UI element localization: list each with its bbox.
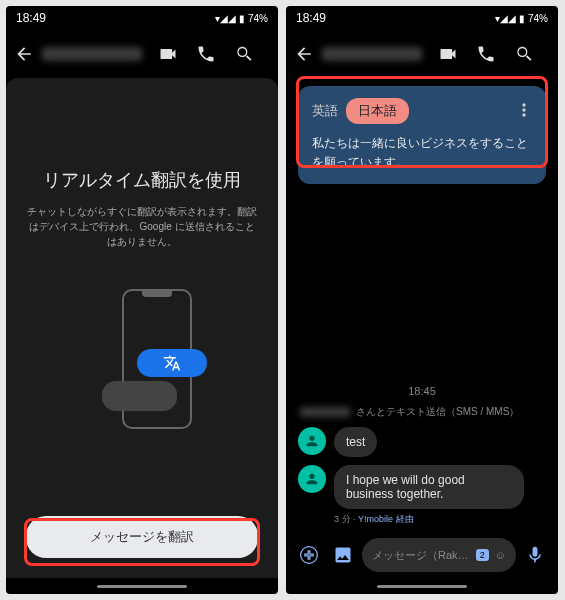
contact-name (322, 47, 422, 61)
phone-right: 18:49 ▾◢◢▮74% 英語 日本語 私たちは一緒に良いビジネスをすることを… (286, 6, 558, 594)
sms-info: さんとテキスト送信（SMS / MMS） (286, 401, 558, 423)
onboard-sheet: リアルタイム翻訳を使用 チャットしながらすぐに翻訳が表示されます。翻訳はデバイス… (6, 78, 278, 578)
message-meta: 3 分 · Y!mobile 経由 (286, 513, 558, 532)
message-input[interactable]: メッセージ（Rakut… 2 ☺ (362, 538, 516, 572)
message-row: test (286, 423, 558, 461)
translate-icon (137, 349, 207, 377)
phone-left: 18:49 ▾◢◢▮74% リアルタイム翻訳を使用 チャットしながらすぐに翻訳が… (6, 6, 278, 594)
avatar-icon[interactable] (298, 427, 326, 455)
compose-bar: メッセージ（Rakut… 2 ☺ (286, 532, 558, 578)
app-bar-actions (150, 36, 278, 72)
status-bar: 18:49 ▾◢◢▮74% (6, 6, 278, 30)
onboard-illustration (52, 279, 232, 439)
search-icon[interactable] (506, 36, 542, 72)
message-bubble[interactable]: test (334, 427, 377, 457)
chat-area: 英語 日本語 私たちは一緒に良いビジネスをすることを願っています。 18:45 … (286, 78, 558, 578)
phone-icon[interactable] (468, 36, 504, 72)
message-row: I hope we will do good business together… (286, 461, 558, 513)
card-more-icon[interactable] (512, 98, 536, 122)
video-call-icon[interactable] (150, 36, 186, 72)
chat-timestamp: 18:45 (286, 381, 558, 401)
nav-bar (286, 578, 558, 594)
contact-name (42, 47, 142, 61)
message-bubble[interactable]: I hope we will do good business together… (334, 465, 524, 509)
app-bar-actions (430, 36, 558, 72)
mic-icon[interactable] (520, 540, 550, 570)
status-icons: ▾◢◢▮74% (215, 13, 268, 24)
lang-source[interactable]: 英語 (312, 102, 338, 120)
more-icon[interactable] (264, 36, 278, 72)
phone-icon[interactable] (188, 36, 224, 72)
language-selector: 英語 日本語 (312, 98, 532, 124)
translate-card: 英語 日本語 私たちは一緒に良いビジネスをすることを願っています。 (298, 86, 546, 184)
gallery-icon[interactable] (328, 540, 358, 570)
sim-badge[interactable]: 2 (476, 549, 489, 561)
back-arrow-icon[interactable] (294, 36, 314, 72)
status-icons: ▾◢◢▮74% (495, 13, 548, 24)
translated-text: 私たちは一緒に良いビジネスをすることを願っています。 (312, 134, 532, 172)
app-bar (286, 30, 558, 78)
clock: 18:49 (296, 11, 326, 25)
back-arrow-icon[interactable] (14, 36, 34, 72)
app-bar (6, 30, 278, 78)
onboard-title: リアルタイム翻訳を使用 (43, 168, 241, 192)
emoji-icon[interactable]: ☺ (495, 549, 506, 561)
lang-target[interactable]: 日本語 (346, 98, 409, 124)
more-icon[interactable] (544, 36, 558, 72)
add-icon[interactable] (294, 540, 324, 570)
search-icon[interactable] (226, 36, 262, 72)
status-bar: 18:49 ▾◢◢▮74% (286, 6, 558, 30)
clock: 18:49 (16, 11, 46, 25)
onboard-description: チャットしながらすぐに翻訳が表示されます。翻訳はデバイス上で行われ、Google… (26, 204, 258, 249)
nav-bar (6, 578, 278, 594)
translate-messages-button[interactable]: メッセージを翻訳 (26, 516, 258, 558)
video-call-icon[interactable] (430, 36, 466, 72)
avatar-icon[interactable] (298, 465, 326, 493)
